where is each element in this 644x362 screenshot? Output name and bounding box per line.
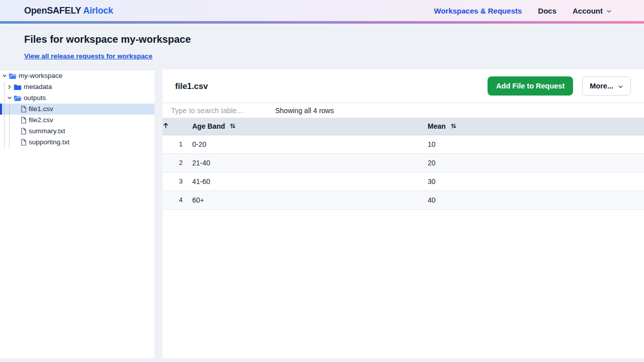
more-button-label: More... (590, 82, 613, 90)
row-number: 3 (163, 172, 186, 191)
nav-workspaces-requests[interactable]: Workspaces & Requests (434, 7, 522, 15)
tree-item-file1-csv[interactable]: file1.csv (0, 104, 154, 115)
cell-age-band: 21-40 (186, 153, 421, 172)
tree-item-label: metadata (24, 81, 52, 93)
file-actions: Add File to Request More... (488, 76, 631, 96)
cell-age-band: 41-60 (186, 172, 421, 191)
cell-mean: 40 (421, 191, 644, 209)
chevron-down-icon (618, 84, 623, 89)
page-header: Files for workspace my-workspace View al… (0, 24, 644, 69)
content-area: my-workspace metadata outputs (0, 69, 644, 358)
chevron-down-icon (606, 9, 612, 14)
tree-guide-line (9, 104, 10, 148)
nav-account-label: Account (573, 7, 603, 15)
tree-item-label: outputs (24, 93, 46, 104)
column-label: Mean (428, 122, 446, 130)
tree-item-label: supporting.txt (29, 137, 69, 148)
row-number: 1 (163, 135, 186, 153)
tree-item-label: summary.txt (29, 126, 65, 137)
column-label: Age Band (192, 122, 225, 130)
cell-mean: 30 (421, 172, 644, 191)
nav-account-menu[interactable]: Account (573, 7, 612, 15)
file-panel-header: file1.csv Add File to Request More... (163, 69, 644, 103)
tree-item-label: file2.csv (29, 115, 53, 126)
row-number-column-header[interactable] (163, 118, 186, 135)
table-controls: Showing all 4 rows (163, 103, 644, 118)
folder-closed-icon (14, 84, 22, 90)
row-number: 4 (163, 191, 186, 209)
nav-docs[interactable]: Docs (538, 7, 556, 15)
chevron-right-icon (7, 84, 12, 89)
row-number: 2 (163, 153, 186, 172)
tree-item-metadata[interactable]: metadata (0, 81, 154, 93)
sort-toggle-icon (450, 123, 457, 129)
table-header-row: Age Band Mean (163, 118, 644, 135)
column-header-age-band[interactable]: Age Band (186, 118, 421, 135)
brand-primary: OpenSAFELY (24, 6, 81, 16)
table-row: 3 41-60 30 (163, 172, 644, 191)
file-icon (21, 117, 27, 124)
table-row: 1 0-20 10 (163, 135, 644, 153)
brand-logo[interactable]: OpenSAFELY Airlock (24, 6, 113, 16)
top-navigation: OpenSAFELY Airlock Workspaces & Requests… (0, 0, 644, 21)
view-release-requests-link[interactable]: View all release requests for workspace (24, 52, 152, 60)
page-title: Files for workspace my-workspace (24, 33, 620, 45)
folder-open-icon (14, 95, 22, 102)
nav-links: Workspaces & Requests Docs Account (434, 7, 612, 15)
file-icon (21, 139, 27, 146)
cell-age-band: 60+ (186, 191, 421, 209)
table-search-input[interactable] (171, 107, 275, 115)
file-tree: my-workspace metadata outputs (0, 70, 154, 148)
add-file-to-request-button[interactable]: Add File to Request (488, 76, 573, 96)
file-title: file1.csv (175, 81, 208, 91)
sort-toggle-icon (229, 123, 236, 129)
tree-item-label: my-workspace (19, 70, 62, 81)
tree-guide-line (4, 82, 5, 148)
sort-ascending-icon (163, 122, 169, 129)
cell-mean: 10 (421, 135, 644, 153)
table-row: 2 21-40 20 (163, 153, 644, 172)
file-icon (21, 106, 27, 113)
tree-item-outputs[interactable]: outputs (0, 93, 154, 104)
file-panel: file1.csv Add File to Request More... Sh… (163, 69, 644, 358)
csv-data-table: Age Band Mean (163, 118, 644, 210)
tree-item-my-workspace[interactable]: my-workspace (0, 70, 154, 81)
tree-item-label: file1.csv (29, 104, 53, 115)
tree-item-file2-csv[interactable]: file2.csv (0, 115, 154, 126)
column-header-mean[interactable]: Mean (421, 118, 644, 135)
cell-age-band: 0-20 (186, 135, 421, 153)
file-tree-sidebar: my-workspace metadata outputs (0, 69, 154, 358)
chevron-down-icon (2, 73, 7, 78)
cell-mean: 20 (421, 153, 644, 172)
brand-secondary: Airlock (83, 6, 113, 16)
tree-item-supporting-txt[interactable]: supporting.txt (0, 137, 154, 148)
more-actions-button[interactable]: More... (582, 76, 631, 96)
chevron-down-icon (7, 96, 12, 101)
row-count-status: Showing all 4 rows (275, 107, 334, 115)
folder-open-icon (9, 73, 17, 79)
tree-item-summary-txt[interactable]: summary.txt (0, 126, 154, 137)
table-row: 4 60+ 40 (163, 191, 644, 209)
file-icon (21, 128, 27, 135)
